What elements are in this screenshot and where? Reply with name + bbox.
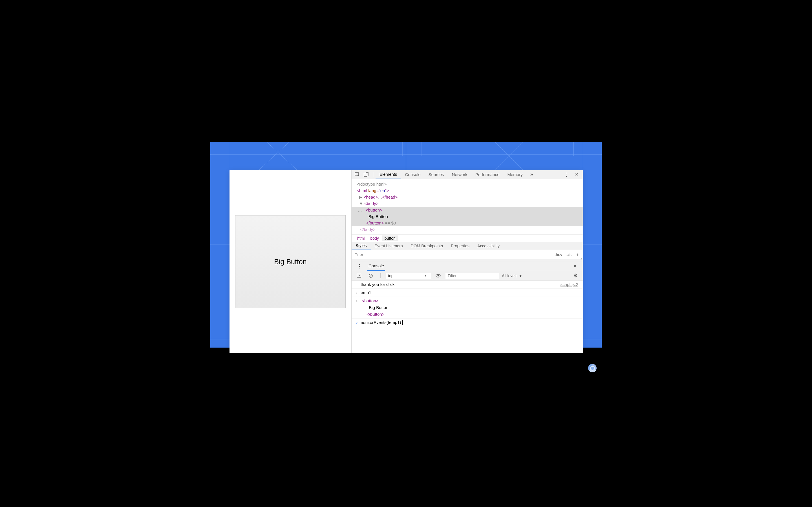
dom-breadcrumbs: html body button [352,234,583,242]
console-output-row: ‹· <button> Big Button </button> [352,297,583,319]
subtab-properties[interactable]: Properties [447,242,473,250]
styles-cls-toggle[interactable]: .cls [566,252,571,257]
tab-network[interactable]: Network [448,170,471,179]
tab-sources[interactable]: Sources [424,170,448,179]
dom-doctype: <!doctype html> [357,182,387,186]
devtools-toolbar: Elements Console Sources Network Perform… [352,170,583,179]
console-filter-input[interactable] [446,273,499,279]
big-button[interactable]: Big Button [235,215,346,308]
inspect-icon[interactable] [354,171,361,178]
console-controls: top▼ All levels ▼ ⚙ [352,271,583,281]
crumb-html[interactable]: html [354,235,367,241]
styles-filter-input[interactable] [354,252,555,257]
crumb-button[interactable]: button [382,235,398,241]
resize-corner-icon[interactable] [580,258,582,260]
overflow-tabs-icon[interactable]: » [528,171,535,178]
sidebar-subtabs: Styles Event Listeners DOM Breakpoints P… [352,242,583,250]
console-close-icon[interactable]: ✕ [571,263,578,270]
big-button-label: Big Button [274,258,306,266]
chevron-down-icon: ▼ [518,274,522,278]
console-kebab-icon[interactable]: ⋮ [356,263,363,270]
console-clear-icon[interactable] [367,272,374,279]
devtools-tabs: Elements Console Sources Network Perform… [375,170,527,179]
subtab-styles[interactable]: Styles [352,242,371,250]
crumb-body[interactable]: body [367,235,382,241]
styles-add-rule-icon[interactable]: ＋ [575,251,580,258]
tab-performance[interactable]: Performance [471,170,504,179]
console-drawer-header: ⋮ Console ✕ [352,262,583,271]
styles-hov-toggle[interactable]: :hov [555,252,562,257]
toolbar-separator [373,172,373,177]
page-preview-pane: Big Button [230,170,352,353]
console-log-row: thank you for click script.js:2 [352,281,583,289]
subtab-dom-breakpoints[interactable]: DOM Breakpoints [407,242,447,250]
chrome-logo-icon [588,364,597,372]
console-body[interactable]: thank you for click script.js:2 › temp1 … [352,281,583,353]
console-log-source-link[interactable]: script.js:2 [560,281,580,288]
device-toggle-icon[interactable] [363,171,370,178]
chevron-down-icon: ▼ [424,274,427,277]
styles-filter-row: :hov .cls ＋ [352,250,583,259]
console-drawer-title[interactable]: Console [367,262,385,271]
subtab-event-listeners[interactable]: Event Listeners [371,242,407,250]
slide-background: Big Button Elements Console [210,142,602,348]
svg-rect-21 [366,172,368,176]
console-sidebar-toggle-icon[interactable] [356,272,362,279]
console-prompt-row[interactable]: › monitorEvents(temp1) [352,319,583,327]
svg-line-25 [370,275,372,277]
dom-head-row[interactable]: ▶ <head>…</head> [352,194,583,200]
tab-elements[interactable]: Elements [375,170,401,179]
console-levels-select[interactable]: All levels ▼ [502,274,522,278]
styles-body-gap [352,259,583,262]
dom-tree[interactable]: <!doctype html> <html lang="en"> ▶ <head… [352,179,583,234]
close-devtools-icon[interactable]: ✕ [573,171,580,178]
dom-body-row[interactable]: ▼ <body> [352,200,583,207]
devtools-panel: Elements Console Sources Network Perform… [352,170,583,353]
kebab-menu-icon[interactable]: ⋮ [563,171,570,178]
console-input-history-row: › temp1 [352,289,583,297]
subtab-accessibility[interactable]: Accessibility [473,242,504,250]
tab-console[interactable]: Console [401,170,424,179]
dom-selected-button[interactable]: … <button> Big Button </button> == $0 [352,207,583,226]
console-settings-icon[interactable]: ⚙ [572,272,579,279]
console-live-expression-icon[interactable] [435,272,442,279]
tab-memory[interactable]: Memory [504,170,527,179]
svg-point-27 [438,275,439,276]
devtools-window: Big Button Elements Console [230,170,583,353]
console-context-select[interactable]: top▼ [386,273,431,279]
